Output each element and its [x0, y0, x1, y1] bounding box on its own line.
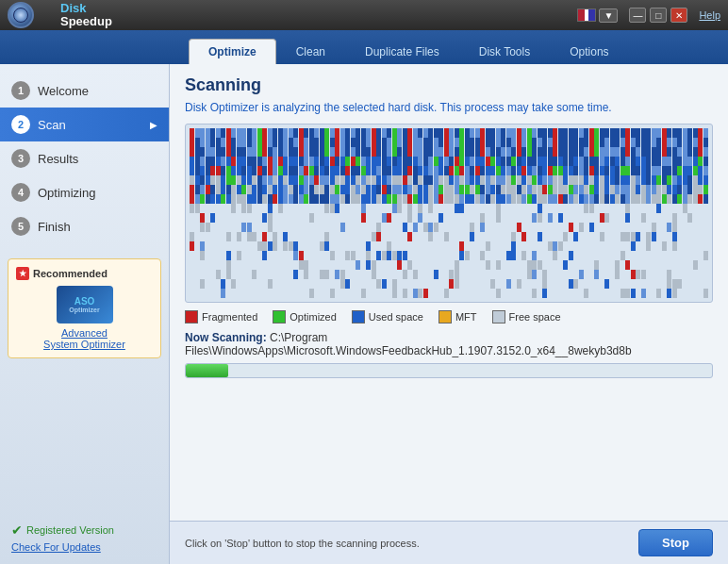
disk-block [506, 270, 511, 279]
disk-block [226, 241, 231, 251]
disk-block [330, 175, 335, 185]
disk-block [314, 175, 319, 185]
disk-block [216, 128, 221, 138]
disk-block [262, 204, 267, 213]
aso-link[interactable]: Advanced System Optimizer [16, 327, 153, 350]
sidebar-item-results[interactable]: 3 Results [0, 141, 169, 175]
disk-block [241, 279, 246, 289]
disk-block [216, 185, 221, 194]
disk-block [573, 147, 578, 157]
disk-block [553, 241, 557, 251]
disk-block [335, 232, 339, 241]
disk-block [455, 128, 459, 138]
disk-block [631, 147, 636, 157]
disk-block [455, 185, 459, 194]
disk-block [558, 166, 563, 175]
tab-optimize[interactable]: Optimize [189, 39, 276, 64]
disk-block [532, 270, 537, 279]
disk-block [573, 232, 578, 241]
disk-block [428, 279, 433, 289]
disk-block [340, 260, 345, 270]
disk-block [687, 213, 692, 223]
language-button[interactable]: ▼ [599, 8, 618, 23]
disk-block [361, 185, 366, 194]
sidebar-item-welcome[interactable]: 1 Welcome [0, 74, 169, 108]
disk-block [594, 260, 599, 270]
disk-block [206, 194, 210, 204]
disk-block [465, 138, 470, 147]
sidebar-item-optimizing[interactable]: 4 Optimizing [0, 175, 169, 209]
disk-block [480, 157, 485, 166]
disk-block [423, 166, 428, 175]
disk-block [589, 157, 594, 166]
disk-block [604, 241, 609, 251]
disk-block [247, 147, 252, 157]
disk-block [304, 204, 308, 213]
disk-block [459, 232, 464, 241]
disk-block [376, 213, 381, 223]
disk-block [548, 279, 553, 289]
disk-block [351, 241, 356, 251]
disk-block [563, 213, 568, 223]
disk-block [418, 270, 422, 279]
disk-block [434, 270, 438, 279]
tab-disk-tools[interactable]: Disk Tools [459, 39, 550, 64]
disk-block [231, 204, 236, 213]
disk-block [366, 270, 371, 279]
sidebar-item-finish[interactable]: 5 Finish [0, 209, 169, 243]
step-3-circle: 3 [11, 149, 30, 168]
disk-block [532, 232, 537, 241]
disk-block [366, 128, 371, 138]
disk-block [190, 270, 194, 279]
disk-block [641, 289, 646, 298]
tab-options[interactable]: Options [550, 39, 628, 64]
disk-block [496, 251, 501, 260]
disk-block [517, 185, 521, 194]
disk-block [438, 232, 443, 241]
sidebar-item-scan[interactable]: 2 Scan ▶ [0, 108, 169, 141]
disk-block [542, 213, 547, 223]
minimize-button[interactable]: — [629, 8, 646, 23]
disk-block [216, 204, 221, 213]
disk-block [387, 194, 391, 204]
disk-block [584, 185, 588, 194]
disk-block [662, 241, 667, 251]
disk-block [340, 223, 345, 232]
disk-block [387, 279, 391, 289]
disk-block [677, 289, 682, 298]
close-button[interactable]: ✕ [670, 8, 687, 23]
disk-block [449, 204, 454, 213]
disk-block [604, 185, 609, 194]
disk-block [268, 185, 273, 194]
disk-block [579, 289, 584, 298]
tab-duplicate-files[interactable]: Duplicate Files [345, 39, 459, 64]
disk-block [403, 213, 407, 223]
disk-block [641, 175, 646, 185]
disk-block [465, 289, 470, 298]
disk-block [210, 289, 215, 298]
disk-block [662, 260, 667, 270]
disk-block [569, 147, 573, 157]
stop-button[interactable]: Stop [638, 529, 713, 556]
disk-block [413, 194, 418, 204]
disk-block [309, 213, 314, 223]
check-updates-link[interactable]: Check For Updates [11, 538, 157, 556]
disk-block [589, 175, 594, 185]
maximize-button[interactable]: □ [650, 8, 667, 23]
disk-block [521, 166, 526, 175]
help-link[interactable]: Help [699, 8, 720, 22]
disk-block [320, 241, 324, 251]
disk-block [392, 251, 397, 260]
disk-block [687, 175, 692, 185]
disk-block [273, 241, 277, 251]
tab-clean[interactable]: Clean [276, 39, 345, 64]
disk-block [646, 157, 651, 166]
disk-block [257, 279, 262, 289]
disk-block [387, 128, 391, 138]
disk-block [662, 194, 667, 204]
disk-block [345, 260, 350, 270]
disk-block [330, 260, 335, 270]
disk-block [345, 251, 350, 260]
disk-block [501, 147, 505, 157]
disk-block [335, 260, 339, 270]
